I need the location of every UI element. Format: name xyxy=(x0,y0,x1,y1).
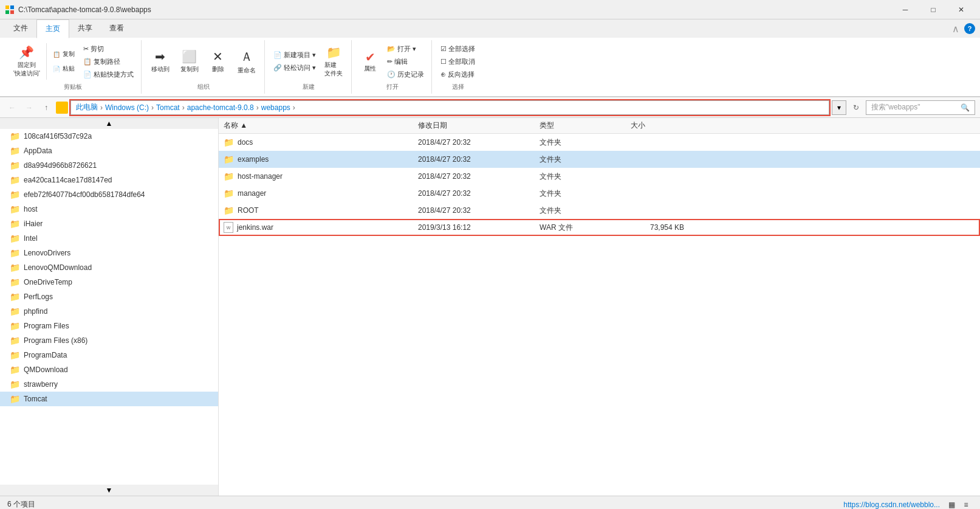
ribbon-group-organize: ➡ 移动到 ⬜ 复制到 ✕ 删除 Ａ 重命名 组织 xyxy=(143,40,265,94)
delete-icon: ✕ xyxy=(213,49,223,64)
crumb-webapps[interactable]: webapps xyxy=(261,103,290,112)
sidebar-item-intel[interactable]: 📁 Intel xyxy=(0,231,218,246)
folder-icon: 📁 xyxy=(10,394,20,404)
sidebar-item-onedrivetemp[interactable]: 📁 OneDriveTemp xyxy=(0,275,218,289)
col-name[interactable]: 名称 ▲ xyxy=(224,120,418,131)
new-folder-button[interactable]: 📁 新建文件夹 xyxy=(321,43,346,80)
sidebar-item-lenovoqm[interactable]: 📁 LenovoQMDownload xyxy=(0,260,218,275)
select-all-button[interactable]: ☑ 全部选择 xyxy=(438,43,478,55)
sidebar-item-ea420[interactable]: 📁 ea420ca114cae17d8147ed xyxy=(0,173,218,187)
help-button[interactable]: ? xyxy=(964,23,975,34)
grid-view-button[interactable]: ▦ xyxy=(945,498,958,510)
cut-button[interactable]: ✂ 剪切 xyxy=(81,43,136,55)
main-area: ▲ 📁 108caf416f53d7c92a 📁 AppData 📁 d8a99… xyxy=(0,118,980,496)
move-to-button[interactable]: ➡ 移动到 xyxy=(148,47,173,76)
minimize-button[interactable]: ─ xyxy=(891,0,919,19)
deselect-all-button[interactable]: ☐ 全部取消 xyxy=(438,56,478,68)
sidebar-item-efeb72[interactable]: 📁 efeb72f64077b4cf00db6581784dfe64 xyxy=(0,187,218,202)
file-row-manager[interactable]: 📁 manager 2018/4/27 20:32 文件夹 xyxy=(219,185,980,202)
folder-icon: 📁 xyxy=(224,206,234,215)
sidebar-item-qmdownload[interactable]: 📁 QMDownload xyxy=(0,362,218,377)
sidebar-item-phpfind[interactable]: 📁 phpfind xyxy=(0,304,218,319)
rename-button[interactable]: Ａ 重命名 xyxy=(234,46,259,77)
search-box[interactable]: 搜索"webapps" 🔍 xyxy=(866,100,975,115)
file-list-header: 名称 ▲ 修改日期 类型 大小 xyxy=(219,118,980,134)
tab-home[interactable]: 主页 xyxy=(36,19,69,38)
copy-to-icon: ⬜ xyxy=(182,49,197,64)
folder-icon: 📁 xyxy=(10,379,20,389)
file-row-jenkins-war[interactable]: W jenkins.war 2019/3/13 16:12 WAR 文件 73,… xyxy=(219,219,980,236)
crumb-tomcat[interactable]: Tomcat xyxy=(156,103,180,112)
file-row-docs[interactable]: 📁 docs 2018/4/27 20:32 文件夹 xyxy=(219,134,980,151)
sidebar: ▲ 📁 108caf416f53d7c92a 📁 AppData 📁 d8a99… xyxy=(0,118,219,496)
pin-button[interactable]: 📌 固定到'快速访问' xyxy=(10,43,44,80)
tab-share[interactable]: 共享 xyxy=(69,19,101,38)
folder-icon: 📁 xyxy=(224,154,234,164)
close-button[interactable]: ✕ xyxy=(947,0,975,19)
view-toggle: ▦ ≡ xyxy=(945,498,973,510)
sidebar-item-lenovodrivers[interactable]: 📁 LenovoDrivers xyxy=(0,246,218,260)
ribbon-collapse-button[interactable]: ∧ xyxy=(952,23,959,35)
move-icon: ➡ xyxy=(155,49,165,64)
edit-button[interactable]: ✏ 编辑 xyxy=(385,56,427,68)
delete-button[interactable]: ✕ 删除 xyxy=(206,47,230,76)
new-item-button[interactable]: 📄 新建项目 ▾ xyxy=(271,49,318,61)
list-view-button[interactable]: ≡ xyxy=(959,498,973,510)
sidebar-item-perflogs[interactable]: 📁 PerfLogs xyxy=(0,289,218,304)
easy-access-button[interactable]: 🔗 轻松访问 ▾ xyxy=(271,62,318,74)
col-date[interactable]: 修改日期 xyxy=(418,120,540,131)
tab-view[interactable]: 查看 xyxy=(101,19,132,38)
maximize-button[interactable]: □ xyxy=(919,0,947,19)
crumb-drive[interactable]: Windows (C:) xyxy=(105,103,149,112)
scroll-down-button[interactable]: ▼ xyxy=(0,485,218,496)
app-icon xyxy=(5,5,15,15)
sidebar-scroll[interactable]: 📁 108caf416f53d7c92a 📁 AppData 📁 d8a994d… xyxy=(0,129,218,485)
sidebar-item-strawberry[interactable]: 📁 strawberry xyxy=(0,377,218,392)
folder-icon: 📁 xyxy=(10,277,20,287)
folder-icon: 📁 xyxy=(10,204,20,214)
col-type[interactable]: 类型 xyxy=(540,120,631,131)
back-button[interactable]: ← xyxy=(5,100,19,115)
war-icon: W xyxy=(224,222,233,233)
file-row-root[interactable]: 📁 ROOT 2018/4/27 20:32 文件夹 xyxy=(219,202,980,219)
paste-button[interactable]: 📄 粘贴 xyxy=(49,62,78,75)
folder-icon: 📁 xyxy=(10,350,20,360)
pin-icon: 📌 xyxy=(19,45,34,60)
history-button[interactable]: 🕐 历史记录 xyxy=(385,69,427,80)
copy-button[interactable]: 📋 复制 xyxy=(49,47,78,61)
paste-shortcut-button[interactable]: 📄 粘贴快捷方式 xyxy=(81,69,136,80)
scroll-up-button[interactable]: ▲ xyxy=(0,118,218,129)
sidebar-item-host[interactable]: 📁 host xyxy=(0,202,218,216)
sidebar-item-d8a994[interactable]: 📁 d8a994d966b8726621 xyxy=(0,158,218,173)
sidebar-item-programdata[interactable]: 📁 ProgramData xyxy=(0,348,218,362)
properties-button[interactable]: ✔ 属性 xyxy=(358,47,382,75)
copy-to-button[interactable]: ⬜ 复制到 xyxy=(177,47,202,76)
sidebar-item-programfiles[interactable]: 📁 Program Files xyxy=(0,319,218,333)
refresh-button[interactable]: ↻ xyxy=(849,100,863,115)
new-folder-icon: 📁 xyxy=(326,45,341,60)
sidebar-item-programfilesx86[interactable]: 📁 Program Files (x86) xyxy=(0,333,218,348)
tab-file[interactable]: 文件 xyxy=(5,19,36,38)
sidebar-item-108caf[interactable]: 📁 108caf416f53d7c92a xyxy=(0,129,218,144)
open-button[interactable]: 📂 打开 ▾ xyxy=(385,43,427,55)
folder-icon: 📁 xyxy=(10,190,20,199)
forward-button[interactable]: → xyxy=(22,100,36,115)
folder-icon: 📁 xyxy=(10,365,20,375)
sidebar-item-appdata[interactable]: 📁 AppData xyxy=(0,144,218,158)
file-row-host-manager[interactable]: 📁 host-manager 2018/4/27 20:32 文件夹 xyxy=(219,168,980,185)
title-bar: C:\Tomcat\apache-tomcat-9.0.8\webapps ─ … xyxy=(0,0,980,19)
folder-icon: 📁 xyxy=(10,336,20,345)
col-size[interactable]: 大小 xyxy=(631,120,691,131)
ribbon-group-open: ✔ 属性 📂 打开 ▾ ✏ 编辑 🕐 历史记录 打开 xyxy=(353,40,432,94)
up-button[interactable]: ↑ xyxy=(39,100,53,115)
crumb-computer[interactable]: 此电脑 xyxy=(76,102,98,113)
crumb-apache[interactable]: apache-tomcat-9.0.8 xyxy=(187,103,254,112)
select-label: 选择 xyxy=(452,80,464,91)
invert-selection-button[interactable]: ⊕ 反向选择 xyxy=(438,69,478,80)
sidebar-item-tomcat[interactable]: 📁 Tomcat xyxy=(0,392,218,406)
address-path-input[interactable]: 此电脑 › Windows (C:) › Tomcat › apache-tom… xyxy=(70,100,829,115)
copy-path-button[interactable]: 📋 复制路径 xyxy=(81,56,136,68)
file-row-examples[interactable]: 📁 examples 2018/4/27 20:32 文件夹 xyxy=(219,151,980,168)
address-dropdown-button[interactable]: ▾ xyxy=(832,100,846,115)
sidebar-item-ihaier[interactable]: 📁 iHaier xyxy=(0,216,218,231)
